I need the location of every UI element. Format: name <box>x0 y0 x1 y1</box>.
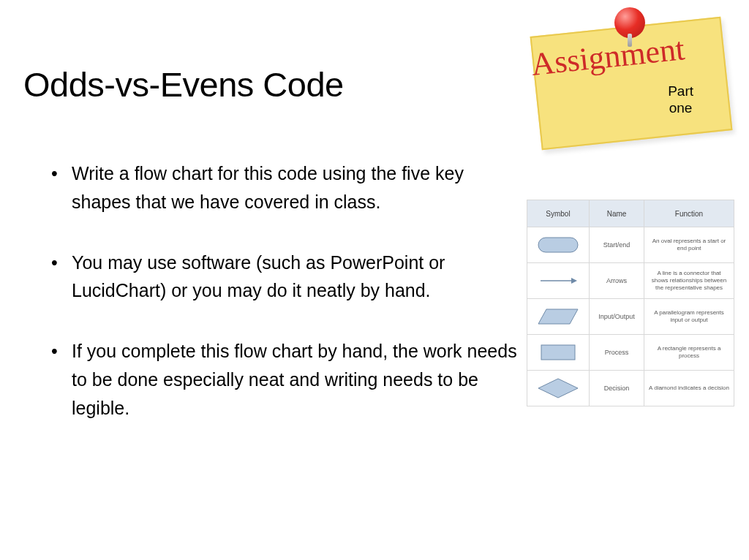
arrow-icon <box>538 276 579 286</box>
sticky-note: Assignment Partone <box>524 4 729 140</box>
legend-header-function: Function <box>644 200 734 227</box>
legend-name: Decision <box>590 371 644 406</box>
legend-function: A parallelogram represents input or outp… <box>644 299 734 335</box>
list-item: If you complete this flow chart by hand,… <box>51 337 519 422</box>
list-item: You may use software (such as PowerPoint… <box>51 249 519 306</box>
svg-rect-4 <box>541 345 575 360</box>
diamond-icon <box>538 378 579 398</box>
table-row: Start/end An oval represents a start or … <box>527 227 734 263</box>
legend-function: A diamond indicates a decision <box>644 371 734 406</box>
table-row: Arrows A line is a connector that shows … <box>527 263 734 299</box>
svg-marker-3 <box>538 309 578 324</box>
legend-function: An oval represents a start or end point <box>644 227 734 263</box>
legend-function: A rectangle represents a process <box>644 335 734 371</box>
flowchart-legend-table: Symbol Name Function Start/end An oval r… <box>527 200 734 406</box>
svg-rect-0 <box>538 238 578 252</box>
rectangle-icon <box>541 344 576 360</box>
legend-name: Arrows <box>590 263 644 299</box>
legend-header-symbol: Symbol <box>527 200 590 227</box>
table-row: Input/Output A parallelogram represents … <box>527 299 734 335</box>
svg-marker-5 <box>538 379 578 398</box>
slide-title: Odds-vs-Evens Code <box>23 64 344 105</box>
list-item: Write a flow chart for this code using t… <box>51 159 519 216</box>
svg-marker-2 <box>571 278 577 284</box>
table-row: Process A rectangle represents a process <box>527 335 734 371</box>
terminator-icon <box>538 237 579 253</box>
table-row: Decision A diamond indicates a decision <box>527 371 734 406</box>
legend-name: Input/Output <box>590 299 644 335</box>
legend-name: Process <box>590 335 644 371</box>
legend-name: Start/end <box>590 227 644 263</box>
sticky-note-subtitle: Partone <box>668 83 693 117</box>
bullet-list: Write a flow chart for this code using t… <box>51 159 519 422</box>
legend-function: A line is a connector that shows relatio… <box>644 263 734 299</box>
legend-header-name: Name <box>590 200 644 227</box>
pushpin-icon <box>614 7 645 38</box>
parallelogram-icon <box>538 309 579 325</box>
